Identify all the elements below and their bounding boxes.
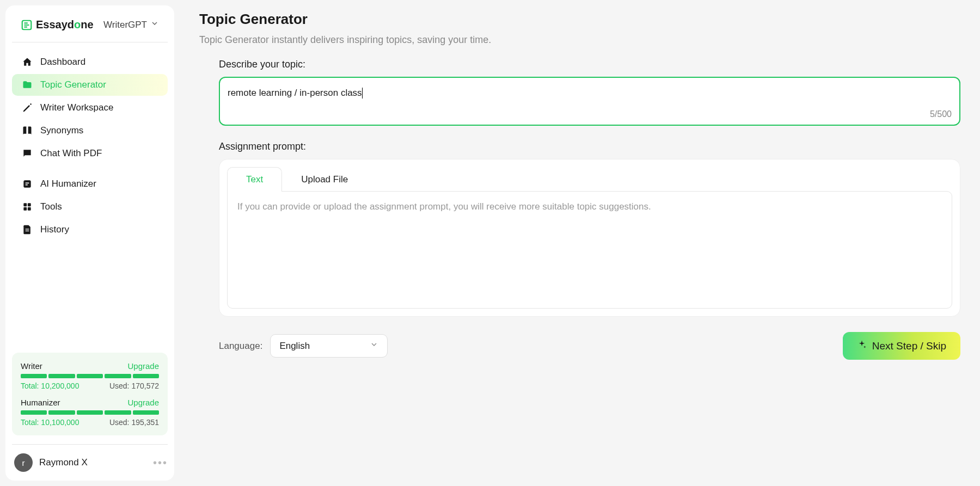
sidebar-nav: Dashboard Topic Generator Writer Workspa… — [12, 51, 168, 241]
nav-label: Writer Workspace — [40, 102, 113, 113]
usage-writer: Writer Upgrade Total: 10,200,000 Used: 1… — [21, 361, 159, 390]
prompt-placeholder: If you can provide or upload the assignm… — [237, 201, 942, 212]
svg-rect-7 — [28, 207, 31, 211]
book-icon — [22, 125, 33, 136]
prompt-tab-upload[interactable]: Upload File — [282, 167, 367, 192]
sidebar-header: Essaydone WriterGPT — [12, 14, 168, 42]
chat-icon — [22, 148, 33, 159]
usage-used: Used: 195,351 — [109, 418, 159, 427]
nav-topic-generator[interactable]: Topic Generator — [12, 74, 168, 96]
prompt-tab-text[interactable]: Text — [227, 167, 282, 192]
page-title: Topic Generator — [199, 11, 960, 28]
grid-icon — [22, 201, 33, 212]
usage-total: Total: 10,100,000 — [21, 418, 79, 427]
language-select[interactable]: English — [270, 334, 388, 358]
language-selector-wrap: Language: English — [219, 334, 388, 358]
svg-rect-5 — [28, 203, 31, 206]
usage-bar — [21, 374, 159, 378]
file-icon — [22, 224, 33, 235]
usage-title: Humanizer — [21, 398, 60, 407]
nav-label: Dashboard — [40, 57, 85, 67]
chevron-down-icon — [370, 340, 378, 352]
svg-rect-2 — [26, 183, 29, 184]
prompt-textarea[interactable]: If you can provide or upload the assignm… — [227, 191, 952, 309]
upgrade-link[interactable]: Upgrade — [127, 361, 159, 371]
sparkle-icon — [857, 340, 867, 352]
next-step-button[interactable]: Next Step / Skip — [843, 332, 960, 360]
prompt-label: Assignment prompt: — [219, 141, 960, 152]
user-footer: r Raymond X ••• — [12, 444, 168, 472]
nav-synonyms[interactable]: Synonyms — [12, 120, 168, 142]
text-cursor — [362, 88, 363, 99]
svg-rect-3 — [26, 184, 28, 186]
nav-dashboard[interactable]: Dashboard — [12, 51, 168, 73]
nav-label: Tools — [40, 201, 62, 212]
nav-tools[interactable]: Tools — [12, 196, 168, 218]
svg-rect-6 — [23, 207, 27, 211]
user-menu-button[interactable]: ••• — [153, 457, 168, 469]
nav-history[interactable]: History — [12, 219, 168, 241]
next-step-label: Next Step / Skip — [872, 340, 946, 352]
brand-logo[interactable]: Essaydone — [21, 19, 94, 31]
logo-icon — [21, 19, 33, 31]
folder-icon — [22, 79, 33, 90]
language-label: Language: — [219, 341, 262, 352]
page-subtitle: Topic Generator instantly delivers inspi… — [199, 34, 960, 46]
language-value: English — [279, 341, 310, 352]
usage-title: Writer — [21, 361, 42, 371]
usage-bar — [21, 410, 159, 415]
usage-total: Total: 10,200,000 — [21, 382, 79, 390]
usage-used: Used: 170,572 — [109, 382, 159, 390]
chevron-down-icon — [150, 19, 159, 30]
sidebar: Essaydone WriterGPT Dashboard Topic Gene… — [5, 5, 174, 481]
nav-ai-humanizer[interactable]: AI Humanizer — [12, 173, 168, 195]
upgrade-link[interactable]: Upgrade — [127, 398, 159, 407]
prompt-box: Text Upload File If you can provide or u… — [219, 159, 960, 317]
home-icon — [22, 57, 33, 67]
model-selector-label: WriterGPT — [103, 20, 147, 30]
svg-rect-9 — [26, 231, 29, 231]
nav-label: Chat With PDF — [40, 148, 102, 159]
nav-chat-with-pdf[interactable]: Chat With PDF — [12, 143, 168, 164]
model-selector[interactable]: WriterGPT — [103, 19, 159, 30]
svg-rect-4 — [23, 203, 27, 206]
humanizer-icon — [22, 179, 33, 189]
topic-input[interactable]: remote learning / in-person class — [228, 85, 952, 101]
topic-input-container: remote learning / in-person class 5/500 — [219, 77, 960, 126]
user-name: Raymond X — [39, 457, 146, 468]
svg-rect-8 — [26, 229, 29, 229]
topic-label: Describe your topic: — [219, 59, 960, 70]
usage-humanizer: Humanizer Upgrade Total: 10,100,000 Used… — [21, 398, 159, 427]
usage-panel: Writer Upgrade Total: 10,200,000 Used: 1… — [12, 353, 168, 435]
nav-writer-workspace[interactable]: Writer Workspace — [12, 97, 168, 119]
topic-counter: 5/500 — [228, 109, 952, 119]
brand-name: Essaydone — [36, 19, 94, 31]
svg-rect-1 — [23, 180, 30, 187]
nav-label: History — [40, 224, 69, 235]
pen-icon — [22, 102, 33, 113]
avatar[interactable]: r — [14, 453, 33, 472]
prompt-tabs: Text Upload File — [227, 167, 952, 192]
nav-label: AI Humanizer — [40, 179, 96, 189]
nav-label: Synonyms — [40, 125, 83, 136]
main-content: Topic Generator Topic Generator instantl… — [180, 0, 980, 486]
bottom-row: Language: English Next Step / Skip — [219, 332, 960, 360]
nav-label: Topic Generator — [40, 79, 106, 90]
